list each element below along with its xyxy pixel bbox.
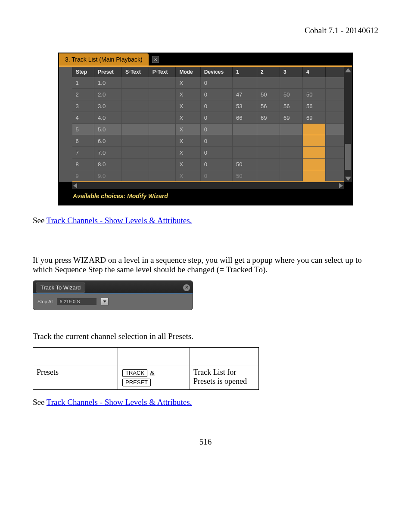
table-row[interactable]: 88.0X050 [72, 159, 344, 170]
table-row[interactable]: 11.0X0 [72, 77, 344, 89]
wizard-intro-paragraph: If you press WIZARD on a level in a sequ… [33, 255, 378, 274]
col-1[interactable]: 1 [233, 67, 257, 77]
scroll-right-icon[interactable] [339, 183, 343, 188]
close-icon[interactable]: ✕ [152, 56, 159, 63]
document-header: Cobalt 7.1 - 20140612 [33, 26, 378, 35]
table-row[interactable]: 99.0X050 [72, 170, 344, 182]
col-ptext[interactable]: P-Text [149, 67, 176, 77]
action-result: Track List for Presets is opened [190, 365, 259, 390]
col-stext[interactable]: S-Text [121, 67, 149, 77]
col-2[interactable]: 2 [257, 67, 280, 77]
table-row[interactable]: 66.0X0 [72, 135, 344, 147]
track-to-wizard-dialog: Track To Wizard ✕ Stop At 6 219.0 S [33, 280, 193, 310]
col-preset[interactable]: Preset [94, 67, 122, 77]
tracklist-footer: Available choices: Modify Wizard [59, 189, 352, 205]
col-mode[interactable]: Mode [176, 67, 200, 77]
see-link-paragraph-1: See Track Channels - Show Levels & Attri… [33, 216, 378, 225]
tracklist-grid[interactable]: Step Preset S-Text P-Text Mode Devices 1… [72, 67, 344, 182]
window-title-tab[interactable]: 3. Track List (Main Playback) [59, 53, 149, 65]
col-3[interactable]: 3 [280, 67, 303, 77]
action-label: Presets [33, 365, 118, 390]
scroll-left-icon[interactable] [73, 183, 77, 188]
track-channels-link[interactable]: Track Channels - Show Levels & Attribute… [47, 216, 192, 225]
track-channels-link[interactable]: Track Channels - Show Levels & Attribute… [47, 398, 192, 407]
col-4[interactable]: 4 [303, 67, 326, 77]
scroll-up-icon[interactable] [345, 68, 351, 72]
svg-marker-0 [103, 301, 106, 303]
scroll-down-icon[interactable] [345, 177, 351, 181]
stop-at-field[interactable]: 6 219.0 S [57, 298, 97, 305]
stop-at-label: Stop At [37, 299, 53, 304]
close-icon[interactable]: ✕ [183, 284, 190, 291]
dropdown-icon[interactable] [101, 298, 109, 305]
page-number: 516 [33, 437, 378, 447]
col-devices[interactable]: Devices [200, 67, 232, 77]
tracklist-window: 3. Track List (Main Playback) ✕ Step Pre… [58, 53, 353, 205]
table-row[interactable]: 77.0X0 [72, 147, 344, 159]
see-link-paragraph-2: See Track Channels - Show Levels & Attri… [33, 398, 378, 407]
key-preset: PRESET [122, 379, 151, 386]
col-step[interactable]: Step [72, 67, 94, 77]
table-row[interactable]: 33.0X053565656 [72, 100, 344, 112]
table-row[interactable]: 44.0X066696969 [72, 112, 344, 124]
presets-intro-paragraph: Track the current channel selection in a… [33, 332, 378, 341]
horizontal-scrollbar[interactable] [72, 182, 344, 189]
vertical-scrollbar[interactable] [344, 67, 352, 182]
wizard-title: Track To Wizard [36, 283, 85, 292]
action-table: Presets TRACK & PRESET Track List for Pr… [33, 347, 259, 390]
key-track: TRACK [122, 369, 147, 377]
table-row[interactable]: 55.0X0 [72, 124, 344, 135]
table-row[interactable]: 22.0X047505050 [72, 89, 344, 100]
ampersand: & [150, 369, 155, 376]
